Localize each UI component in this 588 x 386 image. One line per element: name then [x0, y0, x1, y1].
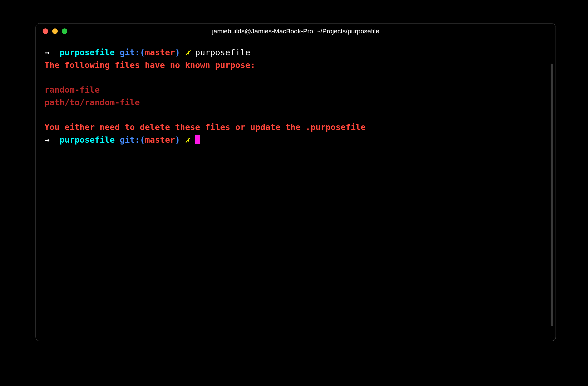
command-text: purposefile — [195, 48, 250, 57]
terminal-body[interactable]: → purposefile git:(master) ✗ purposefile… — [36, 39, 556, 341]
prompt-arrow-icon: → — [44, 135, 49, 145]
output-file: random-file — [44, 84, 547, 96]
prompt-dirty-icon: ✗ — [185, 135, 190, 145]
prompt-git-close: ) — [175, 48, 180, 57]
close-icon[interactable] — [43, 28, 48, 34]
terminal-window: jamiebuilds@Jamies-MacBook-Pro: ~/Projec… — [36, 23, 556, 341]
prompt-line-2: → purposefile git:(master) ✗ — [44, 134, 547, 146]
maximize-icon[interactable] — [62, 28, 67, 34]
window-title: jamiebuilds@Jamies-MacBook-Pro: ~/Projec… — [36, 27, 556, 35]
prompt-git-close: ) — [175, 135, 180, 145]
blank-line — [44, 71, 547, 84]
titlebar: jamiebuilds@Jamies-MacBook-Pro: ~/Projec… — [36, 23, 556, 39]
prompt-dirty-icon: ✗ — [185, 48, 190, 57]
output-file: path/to/random-file — [44, 96, 547, 109]
blank-line — [44, 109, 547, 121]
prompt-git-label: git:( — [120, 48, 145, 57]
cursor-icon — [195, 135, 200, 144]
scrollbar[interactable] — [551, 64, 553, 326]
minimize-icon[interactable] — [52, 28, 58, 34]
output-heading: The following files have no known purpos… — [44, 59, 547, 72]
prompt-cwd: purposefile — [60, 135, 115, 145]
prompt-arrow-icon: → — [44, 48, 49, 57]
output-message: You either need to delete these files or… — [44, 121, 547, 134]
prompt-branch: master — [145, 48, 175, 57]
prompt-cwd: purposefile — [60, 48, 115, 57]
prompt-git-label: git:( — [120, 135, 145, 145]
prompt-branch: master — [145, 135, 175, 145]
traffic-lights — [36, 28, 67, 34]
prompt-line-1: → purposefile git:(master) ✗ purposefile — [44, 46, 547, 59]
